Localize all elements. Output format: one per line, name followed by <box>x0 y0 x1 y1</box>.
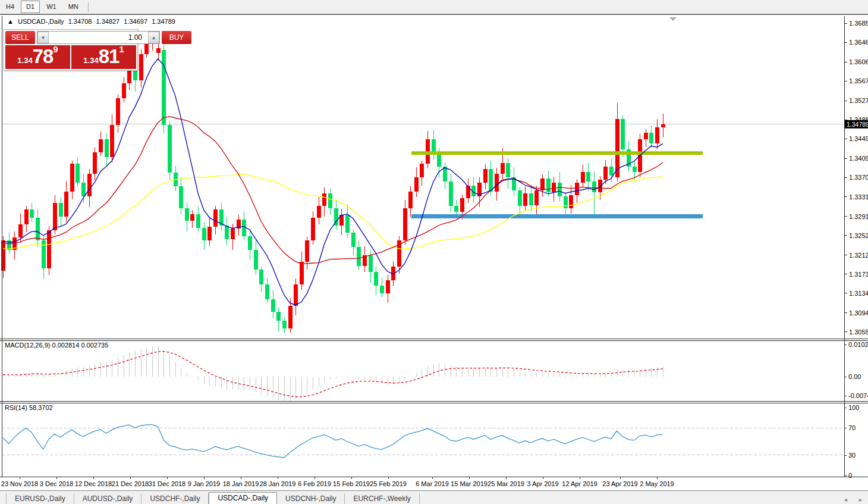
candle-body <box>76 164 80 182</box>
candle-body <box>105 139 109 157</box>
candle-body <box>523 193 527 206</box>
candle-body <box>259 270 263 284</box>
price-axis-label: 1.36060 <box>849 58 868 65</box>
candle-body <box>386 280 390 293</box>
candle-body <box>420 164 424 177</box>
ohlc-open: 1.34708 <box>68 18 92 25</box>
candle-body <box>81 183 86 196</box>
candle-body <box>93 152 97 174</box>
ohlc-close: 1.34789 <box>152 18 175 25</box>
sell-price-prefix: 1.34 <box>17 56 32 65</box>
date-axis-label: 12 Dec 2018 <box>75 480 112 487</box>
candle-body <box>116 98 120 124</box>
candle-body <box>495 174 499 192</box>
price-axis-label: 1.34490 <box>849 135 868 142</box>
macd-histogram-group <box>4 346 663 402</box>
buy-price-pip: 1 <box>119 44 124 54</box>
chart-window: ▲ USDCAD-,Daily 1.34708 1.34827 1.34697 … <box>0 14 868 490</box>
candle-body <box>649 133 653 143</box>
rsi-axis-label: 0 <box>848 472 852 479</box>
price-axis: 1.368501.364601.360601.356701.352701.348… <box>844 20 868 479</box>
date-axis-label: 3 Apr 2019 <box>527 480 558 487</box>
candle-body <box>432 139 436 153</box>
candle-body <box>24 209 29 224</box>
price-axis-label: 1.32520 <box>849 232 868 239</box>
candle-body <box>294 284 298 306</box>
buy-price-prefix: 1.34 <box>83 56 98 65</box>
date-axis-label: 25 Feb 2019 <box>370 480 407 487</box>
date-axis-label: 15 Feb 2019 <box>333 480 370 487</box>
candle-body <box>122 83 126 98</box>
date-axis-label: 31 Dec 2018 <box>149 480 185 487</box>
timeframe-tab-h4[interactable]: H4 <box>1 1 20 13</box>
candle-body <box>162 50 166 124</box>
one-click-trade-panel: SELL ▼ ▲ BUY 1.34789 1.34811 <box>4 29 138 71</box>
candle-body <box>30 209 34 218</box>
date-axis-label: 18 Jan 2019 <box>223 480 259 487</box>
price-axis-label: 1.31340 <box>849 290 868 297</box>
candle-body <box>225 226 229 239</box>
price-axis-label: 1.36850 <box>849 20 868 27</box>
candle-body <box>661 124 665 128</box>
candle-body <box>534 190 539 205</box>
candle-body <box>644 133 648 140</box>
price-axis-label: 1.36460 <box>849 39 868 46</box>
candle-body <box>64 192 68 217</box>
candle-body <box>489 169 493 192</box>
candle-body <box>196 214 200 227</box>
candle-body <box>276 312 281 321</box>
candle-body <box>351 233 356 248</box>
chart-symbol-title: USDCAD-,Daily <box>18 18 64 25</box>
candle-body <box>185 208 189 221</box>
candle-body <box>374 272 378 286</box>
sell-button[interactable]: SELL <box>5 31 35 44</box>
candle-body <box>586 172 590 181</box>
candle-body <box>506 163 510 178</box>
candle-body <box>633 167 637 171</box>
date-axis-label: 23 Nov 2018 <box>1 480 38 487</box>
price-chart-canvas[interactable]: 1.368501.364601.360601.356701.352701.348… <box>0 15 868 504</box>
candle-body <box>202 228 206 240</box>
volume-increase-icon[interactable]: ▲ <box>148 32 159 43</box>
buy-price-main: 81 <box>99 45 119 67</box>
candle-body <box>546 179 551 192</box>
sell-price-main: 78 <box>33 45 54 67</box>
price-axis-label: 1.31730 <box>849 271 868 278</box>
price-axis-label: 1.30550 <box>849 328 868 336</box>
candle-body <box>552 183 556 192</box>
date-axis-label: 6 Mar 2019 <box>416 480 449 487</box>
rsi-axis-label: 100 <box>848 404 859 411</box>
candle-body <box>139 54 143 80</box>
candle-body <box>581 172 585 183</box>
timeframe-tab-w1[interactable]: W1 <box>41 1 62 13</box>
candle-body <box>501 163 505 174</box>
macd-axis-label: 0.00 <box>848 373 861 380</box>
macd-label: MACD(12,26,9) 0.002814 0.002735 <box>5 342 108 349</box>
sell-price-box[interactable]: 1.34789 <box>5 45 70 69</box>
candle-body <box>357 247 361 265</box>
price-axis-label: 1.35270 <box>849 97 868 104</box>
candle-body <box>271 299 275 312</box>
candle-body <box>460 198 464 212</box>
date-axis-label: 3 Dec 2018 <box>40 480 73 487</box>
date-axis-label: 21 Dec 2018 <box>112 480 149 487</box>
candle-body <box>305 240 309 262</box>
buy-price-box[interactable]: 1.34811 <box>71 45 136 69</box>
collapse-triangle-icon[interactable]: ▲ <box>7 18 14 25</box>
buy-button[interactable]: BUY <box>162 31 191 44</box>
candle-body <box>59 203 63 217</box>
candle-body <box>87 174 92 196</box>
volume-decrease-icon[interactable]: ▼ <box>37 32 49 43</box>
candle-body <box>483 169 488 183</box>
volume-input[interactable] <box>49 32 148 43</box>
candle-body <box>621 119 625 149</box>
candle-body <box>655 127 659 143</box>
timeframe-tab-d1[interactable]: D1 <box>21 1 40 13</box>
timeframe-tab-mn[interactable]: MN <box>63 1 84 13</box>
candle-body <box>53 203 57 230</box>
candle-body <box>529 193 533 205</box>
candle-body <box>168 125 172 173</box>
timeframe-tabs: H4D1W1MN <box>0 1 84 13</box>
candle-body <box>322 193 326 206</box>
price-axis-label: 1.33310 <box>849 193 868 201</box>
